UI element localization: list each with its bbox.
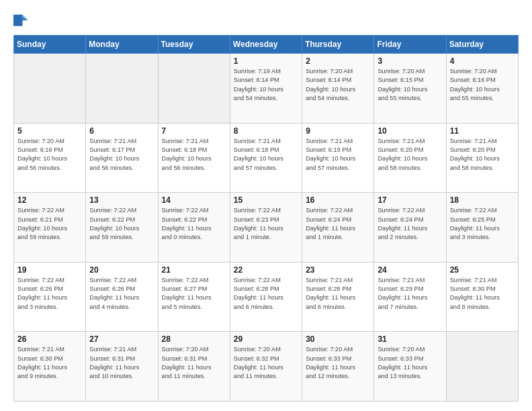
calendar-cell: 8Sunrise: 7:21 AM Sunset: 6:18 PM Daylig… <box>230 123 302 193</box>
calendar-week-row: 12Sunrise: 7:22 AM Sunset: 6:21 PM Dayli… <box>14 193 519 263</box>
day-number: 29 <box>234 334 298 344</box>
calendar-cell <box>158 54 230 124</box>
day-number: 26 <box>17 334 82 344</box>
day-info: Sunrise: 7:20 AM Sunset: 6:16 PM Dayligh… <box>17 137 82 173</box>
calendar-cell: 25Sunrise: 7:21 AM Sunset: 6:30 PM Dayli… <box>446 262 518 332</box>
day-info: Sunrise: 7:22 AM Sunset: 6:22 PM Dayligh… <box>162 206 226 242</box>
calendar-cell <box>446 332 518 402</box>
day-number: 17 <box>378 195 442 205</box>
day-info: Sunrise: 7:22 AM Sunset: 6:28 PM Dayligh… <box>234 276 298 312</box>
svg-rect-0 <box>13 15 23 26</box>
day-info: Sunrise: 7:21 AM Sunset: 6:20 PM Dayligh… <box>378 137 442 173</box>
day-number: 9 <box>306 126 370 136</box>
day-info: Sunrise: 7:22 AM Sunset: 6:24 PM Dayligh… <box>378 206 442 242</box>
calendar-cell: 24Sunrise: 7:21 AM Sunset: 6:29 PM Dayli… <box>374 262 446 332</box>
weekday-header-sunday: Sunday <box>14 36 86 54</box>
day-number: 15 <box>234 195 298 205</box>
day-number: 27 <box>89 334 154 344</box>
calendar-cell: 10Sunrise: 7:21 AM Sunset: 6:20 PM Dayli… <box>374 123 446 193</box>
day-info: Sunrise: 7:22 AM Sunset: 6:27 PM Dayligh… <box>162 276 226 312</box>
day-number: 28 <box>162 334 226 344</box>
day-number: 12 <box>17 195 82 205</box>
day-number: 13 <box>89 195 154 205</box>
calendar-cell <box>86 54 158 124</box>
day-info: Sunrise: 7:22 AM Sunset: 6:26 PM Dayligh… <box>17 276 82 312</box>
day-info: Sunrise: 7:20 AM Sunset: 6:32 PM Dayligh… <box>234 345 298 381</box>
day-info: Sunrise: 7:21 AM Sunset: 6:18 PM Dayligh… <box>234 137 298 173</box>
calendar-header-row: SundayMondayTuesdayWednesdayThursdayFrid… <box>14 36 519 54</box>
day-number: 23 <box>306 265 370 275</box>
day-info: Sunrise: 7:21 AM Sunset: 6:30 PM Dayligh… <box>450 276 515 312</box>
day-number: 11 <box>450 126 515 136</box>
calendar-cell: 1Sunrise: 7:19 AM Sunset: 6:14 PM Daylig… <box>230 54 302 124</box>
header <box>13 12 519 31</box>
weekday-header-wednesday: Wednesday <box>230 36 302 54</box>
calendar-cell: 7Sunrise: 7:21 AM Sunset: 6:18 PM Daylig… <box>158 123 230 193</box>
day-number: 5 <box>17 126 82 136</box>
day-info: Sunrise: 7:21 AM Sunset: 6:17 PM Dayligh… <box>89 137 154 173</box>
calendar-week-row: 5Sunrise: 7:20 AM Sunset: 6:16 PM Daylig… <box>14 123 519 193</box>
weekday-header-saturday: Saturday <box>446 36 518 54</box>
day-number: 14 <box>162 195 226 205</box>
calendar-cell: 17Sunrise: 7:22 AM Sunset: 6:24 PM Dayli… <box>374 193 446 263</box>
logo <box>13 12 31 31</box>
day-info: Sunrise: 7:22 AM Sunset: 6:25 PM Dayligh… <box>450 206 515 242</box>
day-info: Sunrise: 7:21 AM Sunset: 6:31 PM Dayligh… <box>89 345 154 381</box>
calendar-cell: 21Sunrise: 7:22 AM Sunset: 6:27 PM Dayli… <box>158 262 230 332</box>
day-info: Sunrise: 7:22 AM Sunset: 6:23 PM Dayligh… <box>234 206 298 242</box>
day-number: 31 <box>378 334 442 344</box>
day-info: Sunrise: 7:21 AM Sunset: 6:28 PM Dayligh… <box>306 276 370 312</box>
calendar-cell: 12Sunrise: 7:22 AM Sunset: 6:21 PM Dayli… <box>14 193 86 263</box>
day-number: 6 <box>89 126 154 136</box>
day-number: 21 <box>162 265 226 275</box>
day-number: 20 <box>89 265 154 275</box>
day-number: 7 <box>162 126 226 136</box>
calendar-cell: 18Sunrise: 7:22 AM Sunset: 6:25 PM Dayli… <box>446 193 518 263</box>
day-info: Sunrise: 7:21 AM Sunset: 6:20 PM Dayligh… <box>450 137 515 173</box>
day-info: Sunrise: 7:20 AM Sunset: 6:31 PM Dayligh… <box>162 345 226 381</box>
day-number: 4 <box>450 56 515 66</box>
calendar-cell: 16Sunrise: 7:22 AM Sunset: 6:24 PM Dayli… <box>302 193 374 263</box>
day-number: 18 <box>450 195 515 205</box>
calendar-cell: 23Sunrise: 7:21 AM Sunset: 6:28 PM Dayli… <box>302 262 374 332</box>
day-number: 2 <box>306 56 370 66</box>
weekday-header-friday: Friday <box>374 36 446 54</box>
calendar-cell: 31Sunrise: 7:20 AM Sunset: 6:33 PM Dayli… <box>374 332 446 402</box>
day-number: 16 <box>306 195 370 205</box>
day-number: 25 <box>450 265 515 275</box>
calendar-cell <box>14 54 86 124</box>
day-number: 24 <box>378 265 442 275</box>
weekday-header-thursday: Thursday <box>302 36 374 54</box>
page: SundayMondayTuesdayWednesdayThursdayFrid… <box>0 0 532 411</box>
day-info: Sunrise: 7:21 AM Sunset: 6:18 PM Dayligh… <box>162 137 226 173</box>
calendar-cell: 20Sunrise: 7:22 AM Sunset: 6:26 PM Dayli… <box>86 262 158 332</box>
calendar-cell: 6Sunrise: 7:21 AM Sunset: 6:17 PM Daylig… <box>86 123 158 193</box>
calendar-week-row: 19Sunrise: 7:22 AM Sunset: 6:26 PM Dayli… <box>14 262 519 332</box>
calendar-cell: 13Sunrise: 7:22 AM Sunset: 6:22 PM Dayli… <box>86 193 158 263</box>
calendar-cell: 29Sunrise: 7:20 AM Sunset: 6:32 PM Dayli… <box>230 332 302 402</box>
day-number: 10 <box>378 126 442 136</box>
day-info: Sunrise: 7:20 AM Sunset: 6:33 PM Dayligh… <box>378 345 442 381</box>
calendar-cell: 4Sunrise: 7:20 AM Sunset: 6:16 PM Daylig… <box>446 54 518 124</box>
logo-icon <box>13 12 28 31</box>
calendar-week-row: 1Sunrise: 7:19 AM Sunset: 6:14 PM Daylig… <box>14 54 519 124</box>
calendar-cell: 26Sunrise: 7:21 AM Sunset: 6:30 PM Dayli… <box>14 332 86 402</box>
day-info: Sunrise: 7:22 AM Sunset: 6:24 PM Dayligh… <box>306 206 370 242</box>
calendar-cell: 19Sunrise: 7:22 AM Sunset: 6:26 PM Dayli… <box>14 262 86 332</box>
day-info: Sunrise: 7:21 AM Sunset: 6:29 PM Dayligh… <box>378 276 442 312</box>
calendar-cell: 22Sunrise: 7:22 AM Sunset: 6:28 PM Dayli… <box>230 262 302 332</box>
weekday-header-monday: Monday <box>86 36 158 54</box>
calendar-cell: 3Sunrise: 7:20 AM Sunset: 6:15 PM Daylig… <box>374 54 446 124</box>
weekday-header-tuesday: Tuesday <box>158 36 230 54</box>
calendar-cell: 11Sunrise: 7:21 AM Sunset: 6:20 PM Dayli… <box>446 123 518 193</box>
calendar-cell: 5Sunrise: 7:20 AM Sunset: 6:16 PM Daylig… <box>14 123 86 193</box>
day-info: Sunrise: 7:20 AM Sunset: 6:15 PM Dayligh… <box>378 67 442 103</box>
day-number: 19 <box>17 265 82 275</box>
day-info: Sunrise: 7:21 AM Sunset: 6:30 PM Dayligh… <box>17 345 82 381</box>
day-number: 22 <box>234 265 298 275</box>
calendar-week-row: 26Sunrise: 7:21 AM Sunset: 6:30 PM Dayli… <box>14 332 519 402</box>
day-info: Sunrise: 7:22 AM Sunset: 6:26 PM Dayligh… <box>89 276 154 312</box>
calendar-cell: 28Sunrise: 7:20 AM Sunset: 6:31 PM Dayli… <box>158 332 230 402</box>
day-info: Sunrise: 7:20 AM Sunset: 6:33 PM Dayligh… <box>306 345 370 381</box>
day-number: 3 <box>378 56 442 66</box>
